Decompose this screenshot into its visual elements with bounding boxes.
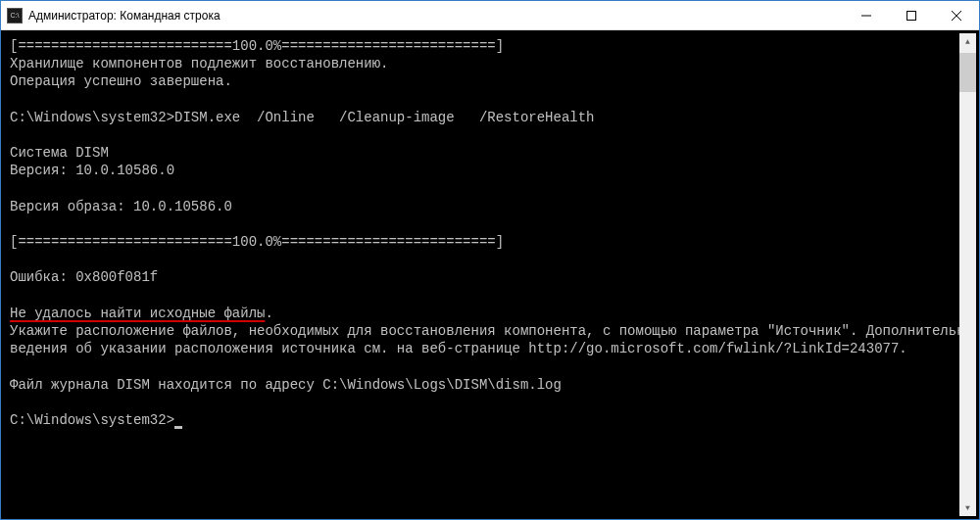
- svg-rect-1: [907, 11, 916, 20]
- output-line: Версия: 10.0.10586.0: [10, 163, 174, 178]
- maximize-button[interactable]: [889, 1, 934, 29]
- cursor: [174, 426, 182, 429]
- output-line: Версия образа: 10.0.10586.0: [10, 199, 232, 214]
- console-output[interactable]: [==========================100.0%=======…: [4, 33, 976, 433]
- close-button[interactable]: [934, 1, 979, 29]
- minimize-button[interactable]: [844, 1, 889, 29]
- output-line: Файл журнала DISM находится по адресу C:…: [10, 377, 562, 393]
- window-controls: [844, 1, 979, 29]
- output-line: Хранилище компонентов подлежит восстанов…: [10, 56, 388, 71]
- output-line: Ошибка: 0x800f081f: [10, 269, 158, 285]
- titlebar[interactable]: C:\ Администратор: Командная строка: [1, 1, 979, 30]
- prompt-line: C:\Windows\system32>: [10, 412, 174, 428]
- output-line: ведения об указании расположения источни…: [10, 341, 907, 356]
- output-line: Операция успешно завершена.: [10, 73, 232, 89]
- vertical-scrollbar[interactable]: ▲ ▼: [959, 33, 976, 516]
- error-underlined: Не удалось найти исходные файлы: [10, 306, 265, 321]
- output-line: [==========================100.0%=======…: [10, 234, 504, 250]
- output-line: C:\Windows\system32>DISM.exe /Online /Cl…: [10, 110, 595, 125]
- output-line: Укажите расположение файлов, необходимых…: [10, 323, 976, 339]
- scrollbar-thumb[interactable]: [959, 53, 976, 92]
- window-title: Администратор: Командная строка: [28, 9, 844, 23]
- output-line: .: [265, 306, 272, 321]
- scroll-up-arrow-icon[interactable]: ▲: [959, 33, 976, 50]
- scroll-down-arrow-icon[interactable]: ▼: [959, 499, 976, 516]
- cmd-icon: C:\: [7, 8, 23, 24]
- cmd-window: C:\ Администратор: Командная строка [===…: [0, 0, 980, 520]
- output-line: [==========================100.0%=======…: [10, 38, 504, 54]
- output-line: Система DISM: [10, 145, 109, 161]
